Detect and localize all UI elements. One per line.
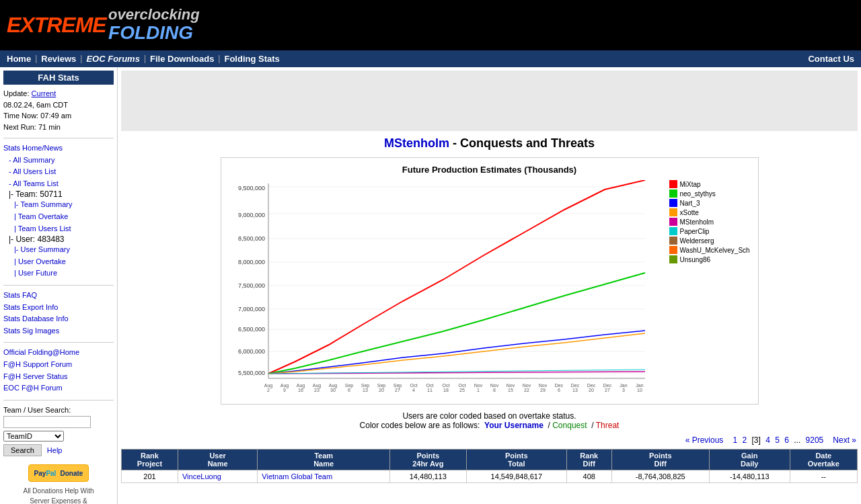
legend-label: WashU_McKelvey_Sch <box>680 247 750 254</box>
sidebar-stats-nav: Stats Home/News - All Summary - All User… <box>3 142 114 280</box>
sidebar-stats-home-news[interactable]: Stats Home/News <box>3 142 114 155</box>
svg-text:8,500,000: 8,500,000 <box>237 235 264 242</box>
svg-text:7,500,000: 7,500,000 <box>237 282 264 289</box>
sidebar-stats-database-info[interactable]: Stats Database Info <box>3 313 114 325</box>
sidebar-fah-server-status[interactable]: F@H Server Status <box>3 371 114 383</box>
sidebar-eoc-fah-forum[interactable]: EOC F@H Forum <box>3 382 114 394</box>
legend-item: xSotte <box>669 208 751 216</box>
svg-text:2: 2 <box>267 388 270 392</box>
nav-home[interactable]: Home <box>7 54 31 64</box>
nav-right: Contact Us <box>808 54 854 64</box>
user-name-link[interactable]: VinceLuong <box>182 472 221 480</box>
sidebar-user-future[interactable]: | User Future <box>3 267 114 280</box>
team-name-link[interactable]: Vietnam Global Team <box>262 472 332 480</box>
svg-text:1: 1 <box>477 388 480 392</box>
legend-item: Welderserg <box>669 237 751 245</box>
legend-item: MiXtap <box>669 180 751 188</box>
svg-text:15: 15 <box>508 388 513 392</box>
nav-bar: Home | Reviews | EOC Forums | File Downl… <box>0 50 861 67</box>
pagination-page-1[interactable]: 1 <box>733 435 737 445</box>
paypal-donate-button[interactable]: PayPal Donate <box>28 464 89 482</box>
search-type-select[interactable]: TeamID UserID Team Name User Name <box>3 431 64 442</box>
chart-svg: 9,500,000 9,000,000 8,500,000 8,000,000 … <box>228 180 664 397</box>
svg-text:Nov: Nov <box>474 383 482 388</box>
pagination-page-4[interactable]: 4 <box>765 435 770 445</box>
sidebar-all-summary[interactable]: - All Summary <box>3 155 114 167</box>
color-note-line1: Users are color coded based on overtake … <box>402 411 576 421</box>
update-current-link[interactable]: Current <box>32 89 57 97</box>
next-run: Next Run: 71 min <box>3 123 61 131</box>
legend-item: PaperClip <box>669 227 751 235</box>
sidebar-stats-export-info[interactable]: Stats Export Info <box>3 302 114 314</box>
pagination-page-6[interactable]: 6 <box>784 435 789 445</box>
col-user-name: User Name <box>178 450 257 470</box>
sidebar-official-folding[interactable]: Official Folding@Home <box>3 347 114 359</box>
svg-text:Jan: Jan <box>636 383 643 388</box>
sidebar-stats-sig-images[interactable]: Stats Sig Images <box>3 325 114 337</box>
svg-text:11: 11 <box>427 388 433 392</box>
nav-reviews[interactable]: Reviews <box>41 54 76 64</box>
legend-item: Unsung86 <box>669 255 751 263</box>
col-rank-project: Rank Project <box>122 450 178 470</box>
cell-rank: 201 <box>122 470 178 483</box>
sidebar-all-users-list[interactable]: - All Users List <box>3 166 114 178</box>
cell-points-24hr: 14,480,113 <box>389 470 466 483</box>
sidebar-user-label: |- User: 483483 <box>3 235 65 244</box>
svg-text:8,000,000: 8,000,000 <box>237 259 264 265</box>
legend-color <box>669 190 677 198</box>
color-note: Users are color coded based on overtake … <box>121 411 858 430</box>
color-threat-link[interactable]: Threat <box>596 421 620 430</box>
svg-text:16: 16 <box>298 388 303 392</box>
legend-label: PaperClip <box>680 228 710 235</box>
sidebar-team-summary[interactable]: |- Team Summary <box>3 199 114 211</box>
sidebar-user-overtake[interactable]: | User Overtake <box>3 256 114 268</box>
pagination-next[interactable]: Next » <box>833 435 856 445</box>
nav-file-downloads[interactable]: File Downloads <box>150 54 214 64</box>
page-title-rest: - Conquests and Threats <box>449 136 595 150</box>
svg-text:25: 25 <box>459 388 465 392</box>
pagination-page-last[interactable]: 9205 <box>806 435 824 445</box>
svg-text:4: 4 <box>412 388 415 392</box>
svg-text:Nov: Nov <box>506 383 515 388</box>
table-row: 201 VinceLuong Vietnam Global Team 14,48… <box>122 470 858 483</box>
pagination-prev[interactable]: « Previous <box>685 435 724 445</box>
content-area: MStenholm - Conquests and Threats Future… <box>118 67 861 504</box>
color-conquest-link[interactable]: Conquest <box>552 421 587 430</box>
time-now: Time Now: 07:49 am <box>3 112 71 120</box>
legend-color <box>669 218 677 226</box>
nav-eoc-forums[interactable]: EOC Forums <box>86 54 139 64</box>
svg-text:29: 29 <box>540 388 546 392</box>
svg-text:Oct: Oct <box>458 383 465 388</box>
nav-contact[interactable]: Contact Us <box>808 54 854 64</box>
search-button[interactable]: Search <box>3 444 42 456</box>
col-points-total: Points Total <box>466 450 566 470</box>
user-link[interactable]: MStenholm <box>384 136 449 150</box>
sidebar-stats-links: Stats FAQ Stats Export Info Stats Databa… <box>3 290 114 337</box>
sidebar-stats-faq[interactable]: Stats FAQ <box>3 290 114 302</box>
legend-color <box>669 237 677 245</box>
help-link[interactable]: Help <box>47 446 63 454</box>
pagination-page-2[interactable]: 2 <box>742 435 747 445</box>
sidebar-team-label: |- Team: 50711 <box>3 190 63 199</box>
sidebar-user-summary[interactable]: |- User Summary <box>3 244 114 256</box>
pagination-current: [3] <box>751 435 760 445</box>
svg-text:10: 10 <box>637 388 642 392</box>
svg-text:Dec: Dec <box>554 383 563 388</box>
page-heading: MStenholm - Conquests and Threats <box>121 136 858 151</box>
svg-text:6,000,000: 6,000,000 <box>237 348 264 355</box>
nav-folding-stats[interactable]: Folding Stats <box>224 54 279 64</box>
sidebar-all-teams-list[interactable]: - All Teams List <box>3 178 114 190</box>
svg-text:8: 8 <box>493 388 496 392</box>
legend-color <box>669 246 677 254</box>
sidebar-team-overtake[interactable]: | Team Overtake <box>3 211 114 223</box>
pagination-page-5[interactable]: 5 <box>775 435 780 445</box>
legend-color <box>669 199 677 207</box>
col-rank-diff: Rank Diff <box>566 450 611 470</box>
svg-text:Future Dates: Future Dates <box>439 394 474 395</box>
svg-text:Oct: Oct <box>426 383 433 388</box>
svg-text:22: 22 <box>524 388 529 392</box>
color-you-link[interactable]: Your Username <box>484 421 544 430</box>
search-input[interactable] <box>3 416 91 428</box>
sidebar-fah-support[interactable]: F@H Support Forum <box>3 359 114 371</box>
sidebar-team-users-list[interactable]: | Team Users List <box>3 223 114 235</box>
